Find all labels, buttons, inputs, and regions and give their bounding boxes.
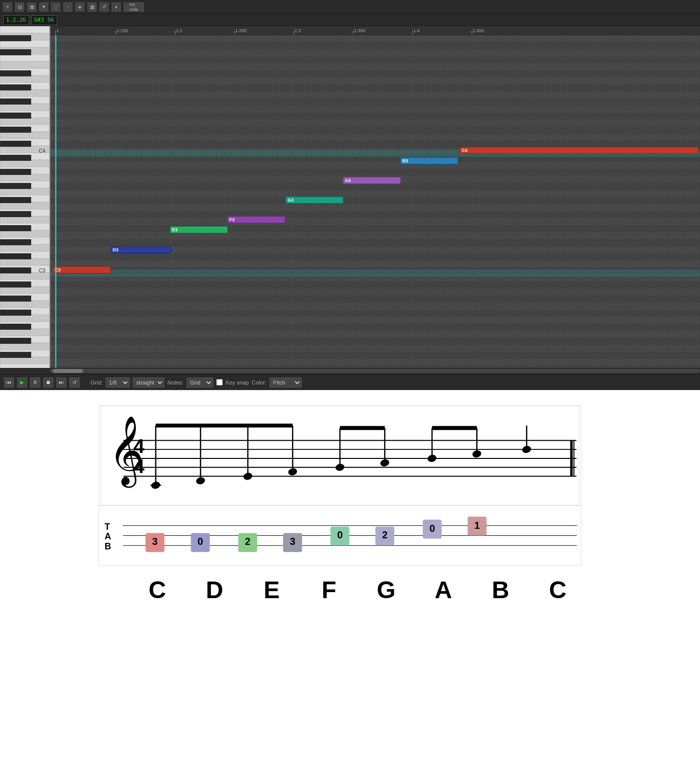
svg-text:A: A	[105, 531, 111, 541]
grid-label: Grid:	[91, 380, 103, 386]
svg-text:4: 4	[133, 435, 144, 457]
draw-icon[interactable]: ○	[63, 3, 72, 12]
tab-svg: T A B 3 0 2 3 0 2	[99, 506, 581, 566]
play-button[interactable]: ▶	[17, 377, 27, 388]
svg-rect-13	[0, 169, 31, 175]
note-b3[interactable]: B3	[400, 157, 458, 164]
erase-icon[interactable]: ◈	[75, 3, 84, 12]
sheet-music-section: 𝄞 4 4	[0, 390, 700, 629]
svg-text:B: B	[105, 541, 111, 551]
notes-select[interactable]: Grid Fixed	[187, 377, 213, 388]
filter-icon[interactable]: ▼	[39, 3, 48, 12]
key-snap-label: Key snap	[226, 380, 249, 386]
svg-rect-4	[0, 35, 31, 41]
ruler-mark-7: 1:4	[412, 26, 420, 35]
rewind-button[interactable]: ⏮	[4, 377, 14, 388]
svg-rect-26	[0, 352, 31, 358]
piano-keyboard[interactable]: C4 C3	[0, 26, 50, 368]
svg-rect-5	[0, 49, 31, 55]
svg-rect-18	[0, 239, 31, 245]
ruler-mark-4: 1:250	[234, 26, 247, 35]
svg-text:1: 1	[474, 520, 480, 531]
svg-text:2: 2	[382, 529, 388, 540]
timeline-ruler: 1 1:150 1:2 1:250 1:3 1:350 1:4 1:450	[50, 26, 700, 35]
scrollbar-thumb[interactable]	[53, 369, 83, 373]
menu-icon[interactable]: ≡	[3, 3, 12, 12]
note-c4[interactable]: C4	[460, 147, 698, 154]
note-name-c: C	[129, 576, 186, 604]
note-name-e: E	[243, 576, 301, 604]
note-a3[interactable]: A3	[343, 177, 401, 184]
note-name-d: D	[186, 576, 243, 604]
pause-button[interactable]: ⏸	[30, 377, 40, 388]
position-display: 1.2.26	[3, 15, 29, 25]
note-name-b: B	[472, 576, 530, 604]
straight-select[interactable]: straight triplet	[133, 377, 164, 388]
notes-label: Notes:	[167, 380, 184, 386]
insert-note-icon[interactable]: insnote	[124, 3, 144, 12]
ruler-mark-6: 1:350	[353, 26, 366, 35]
select-icon[interactable]: □	[51, 3, 60, 12]
svg-rect-10	[0, 127, 31, 133]
sheet-music-wrapper: 𝄞 4 4	[99, 405, 601, 614]
svg-text:T: T	[105, 522, 110, 532]
piano-roll-main: C4 C3 1 1:150 1:2 1:250 1:3 1:350 1:4 1:…	[0, 26, 700, 368]
scroll-bar-area	[0, 368, 700, 374]
toolbar-top: ≡ ▤ ▦ ▼ □ ○ ◈ ▦ ↺ ♦ insnote	[0, 0, 700, 14]
svg-text:3: 3	[290, 536, 295, 547]
glue-icon[interactable]: ♦	[112, 3, 121, 12]
svg-text:C4: C4	[39, 148, 45, 154]
piano-roll: ≡ ▤ ▦ ▼ □ ○ ◈ ▦ ↺ ♦ insnote 1.2.26 G#3 5…	[0, 0, 700, 390]
svg-rect-11	[0, 141, 31, 147]
svg-rect-16	[0, 211, 31, 217]
note-g3[interactable]: G3	[286, 197, 343, 204]
horizontal-scrollbar[interactable]	[50, 369, 700, 373]
note-f3[interactable]: F3	[227, 216, 285, 223]
note-name-c2: C	[529, 576, 586, 604]
note-e3[interactable]: E3	[170, 226, 228, 233]
color-label: Color:	[252, 380, 267, 386]
note-display: G#3 56	[31, 15, 57, 25]
svg-text:0: 0	[429, 523, 435, 534]
svg-rect-19	[0, 253, 31, 259]
svg-rect-6	[0, 70, 31, 76]
transport-bar: ⏮ ▶ ⏸ ⏹ ⏭ ↺ Grid: 1/8 1/4 1/16 straight …	[0, 374, 700, 390]
velocity-icon[interactable]: ▦	[88, 3, 97, 12]
key-snap-checkbox[interactable]	[216, 379, 223, 386]
toolbar-second: 1.2.26 G#3 56	[0, 14, 700, 26]
svg-text:3: 3	[152, 536, 158, 547]
grid-area[interactable]: 1 1:150 1:2 1:250 1:3 1:350 1:4 1:450	[50, 26, 700, 368]
color-select[interactable]: Pitch Velocity	[270, 377, 302, 388]
svg-text:0: 0	[198, 536, 203, 547]
stop-button[interactable]: ⏹	[43, 377, 53, 388]
list-icon[interactable]: ▤	[15, 3, 24, 12]
svg-rect-23	[0, 310, 31, 316]
svg-rect-14	[0, 183, 31, 189]
svg-rect-8	[0, 99, 31, 105]
ruler-mark-2: 1:150	[116, 26, 128, 35]
grid-icon[interactable]: ▦	[27, 3, 36, 12]
svg-rect-12	[0, 155, 31, 161]
svg-rect-9	[0, 113, 31, 119]
ruler-mark-5: 1:3	[294, 26, 301, 35]
svg-rect-7	[0, 84, 31, 90]
staff-svg: 𝄞 4 4	[99, 405, 581, 506]
piano-keys-svg: C4 C3	[0, 26, 50, 368]
ruler-mark-3: 1:2	[175, 26, 183, 35]
note-name-a: A	[415, 576, 472, 604]
grid-background	[50, 35, 700, 368]
undo-icon[interactable]: ↺	[100, 3, 109, 12]
svg-rect-21	[0, 281, 31, 288]
loop-button[interactable]: ↺	[69, 377, 79, 388]
ruler-mark-1: 1	[55, 26, 59, 35]
ruler-mark-8: 1:450	[472, 26, 484, 35]
svg-rect-24	[0, 324, 31, 330]
svg-text:2: 2	[245, 536, 250, 547]
playhead	[55, 35, 56, 368]
note-c3[interactable]: C3	[53, 266, 111, 273]
svg-text:0: 0	[337, 529, 342, 540]
svg-rect-15	[0, 197, 31, 203]
grid-select[interactable]: 1/8 1/4 1/16	[106, 377, 130, 388]
note-d3[interactable]: D3	[111, 246, 171, 253]
forward-button[interactable]: ⏭	[56, 377, 66, 388]
